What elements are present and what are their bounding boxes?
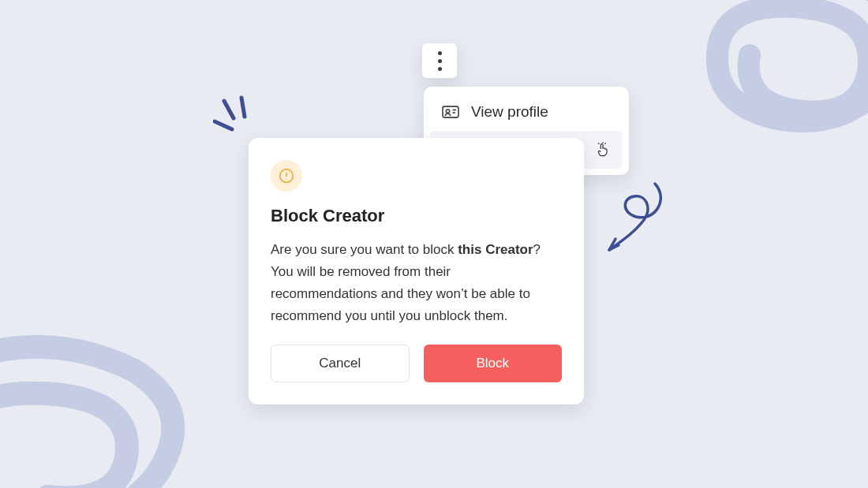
cancel-button[interactable]: Cancel [271,345,410,382]
profile-card-icon [441,102,460,121]
warning-icon [271,160,302,192]
dialog-body-bold: this Creator [458,242,533,257]
block-button-label: Block [476,356,509,371]
more-options-button[interactable] [422,43,457,78]
svg-line-11 [604,143,605,143]
dialog-body: Are you sure you want to block this Crea… [271,239,555,327]
block-button[interactable]: Block [424,345,563,382]
decorative-arrow [600,177,671,272]
menu-item-view-profile[interactable]: View profile [430,93,623,131]
decorative-scribble-top-right [687,0,868,173]
svg-line-0 [224,101,234,118]
svg-point-4 [446,110,449,113]
decorative-scribble-bottom-left [0,323,197,488]
dialog-button-row: Cancel Block [271,345,562,382]
dialog-body-prefix: Are you sure you want to block [271,242,458,257]
svg-point-14 [286,178,286,179]
block-creator-dialog: Block Creator Are you sure you want to b… [249,138,584,404]
cancel-button-label: Cancel [319,356,361,371]
svg-line-9 [598,143,599,143]
dialog-title: Block Creator [271,206,562,226]
svg-line-1 [241,98,245,117]
svg-line-2 [215,121,232,129]
more-vertical-icon [438,49,442,73]
menu-item-label: View profile [471,103,548,121]
pointer-cursor-icon [594,141,612,158]
